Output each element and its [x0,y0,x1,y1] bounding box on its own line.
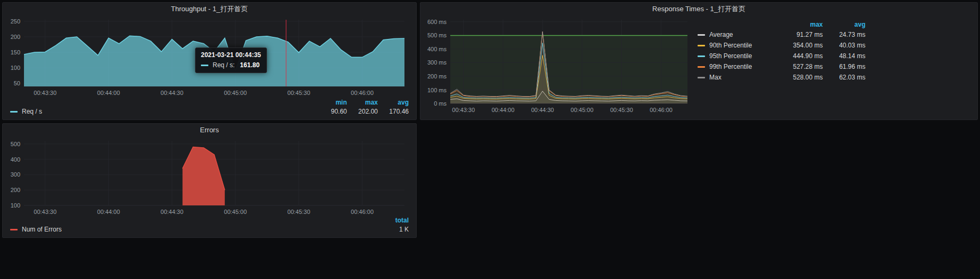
svg-text:00:44:00: 00:44:00 [491,107,514,113]
svg-text:400: 400 [11,156,20,163]
legend-row: 95th Percentile444.90 ms48.14 ms [698,51,973,61]
svg-text:00:45:00: 00:45:00 [224,90,247,96]
svg-text:100 ms: 100 ms [427,87,447,93]
legend-stat-value: 90.60 [316,108,347,115]
svg-text:600 ms: 600 ms [427,19,447,25]
svg-text:00:46:00: 00:46:00 [650,107,673,113]
legend-row: Max528.00 ms62.03 ms [698,72,973,83]
svg-text:300: 300 [11,171,20,178]
errors-chart-svg: 10020030040050000:43:3000:44:0000:44:300… [6,137,413,217]
legend-header-max[interactable]: max [777,21,823,28]
legend-row: 90th Percentile354.00 ms40.03 ms [698,40,973,51]
legend-max-value: 91.27 ms [777,31,823,38]
throughput-graph[interactable]: 5010015020025000:43:3000:44:0000:44:3000… [6,15,413,98]
panel-errors: Errors 10020030040050000:43:3000:44:0000… [2,123,417,238]
svg-text:100: 100 [11,202,20,209]
legend-stat-header[interactable]: max [347,99,378,106]
series-color-dash [698,45,705,46]
legend-series-label: Req / s [22,108,42,115]
svg-text:00:44:00: 00:44:00 [97,209,120,215]
legend-max-value: 354.00 ms [777,42,823,49]
legend-header-avg[interactable]: avg [823,21,865,28]
svg-text:300 ms: 300 ms [427,59,447,66]
svg-text:500 ms: 500 ms [427,32,447,38]
series-color-dash [10,111,18,113]
legend-series-label[interactable]: 90th Percentile [698,42,777,49]
response-times-legend: max avg Average91.27 ms24.73 ms90th Perc… [698,20,973,83]
legend-stat-header[interactable]: avg [378,99,409,106]
panel-title-errors[interactable]: Errors [3,124,416,137]
legend-series-errors[interactable]: Num of Errors [10,226,62,233]
legend-stat-value: 170.46 [378,108,409,115]
panel-title-throughput[interactable]: Throughput - 1_打开首页 [3,3,416,15]
response-times-graph[interactable]: 0 ms100 ms200 ms300 ms400 ms500 ms600 ms… [424,15,693,116]
svg-text:00:44:30: 00:44:30 [160,90,183,96]
legend-series-label[interactable]: 95th Percentile [698,52,777,60]
legend-stats: minmaxavg90.60202.00170.46 [316,99,409,115]
legend-max-value: 528.00 ms [777,74,823,81]
series-color-dash [201,65,208,66]
legend-max-value: 527.28 ms [777,63,823,70]
tooltip-time: 2021-03-21 00:44:35 [201,51,261,59]
panel-title-response-times[interactable]: Response Times - 1_打开首页 [420,3,977,15]
legend-avg-value: 62.03 ms [823,74,865,81]
series-color-dash [10,229,18,230]
svg-text:200: 200 [11,187,20,193]
tooltip-value: 161.80 [240,61,260,69]
throughput-legend: Req / s minmaxavg90.60202.00170.46 [10,99,409,115]
svg-text:00:44:30: 00:44:30 [531,107,554,113]
legend-avg-value: 61.96 ms [823,63,865,70]
svg-text:00:45:30: 00:45:30 [610,107,633,113]
panel-response-times: Response Times - 1_打开首页 0 ms100 ms200 ms… [420,2,978,120]
svg-text:400 ms: 400 ms [427,46,447,52]
legend-series-reqs[interactable]: Req / s [10,108,42,115]
errors-graph[interactable]: 10020030040050000:43:3000:44:0000:44:300… [6,137,413,217]
series-color-dash [698,77,705,78]
series-color-dash [698,34,705,36]
svg-text:00:44:30: 00:44:30 [160,209,183,215]
legend-row: 99th Percentile527.28 ms61.96 ms [698,61,973,72]
svg-text:00:44:00: 00:44:00 [97,90,120,96]
legend-avg-value: 48.14 ms [823,52,865,60]
series-color-dash [698,66,705,68]
svg-text:50: 50 [14,80,20,86]
response-times-chart-svg: 0 ms100 ms200 ms300 ms400 ms500 ms600 ms… [424,15,693,116]
svg-text:00:45:30: 00:45:30 [287,90,310,96]
legend-stat-header[interactable]: total [378,217,409,224]
legend-stat-header[interactable]: min [316,99,347,106]
svg-text:00:45:30: 00:45:30 [287,209,310,215]
svg-text:250: 250 [11,18,20,25]
legend-avg-value: 40.03 ms [823,42,865,49]
svg-text:150: 150 [11,49,20,55]
legend-row: Average91.27 ms24.73 ms [698,29,973,40]
tooltip-series-row: Req / s: 161.80 [201,61,261,69]
legend-series-label: Num of Errors [22,226,62,233]
svg-text:00:46:00: 00:46:00 [351,90,374,96]
legend-avg-value: 24.73 ms [823,31,865,38]
legend-series-label[interactable]: Average [698,31,777,38]
svg-text:500: 500 [11,141,20,147]
svg-text:200: 200 [11,34,20,40]
legend-max-value: 444.90 ms [777,52,823,60]
legend-header-row: max avg [698,20,973,29]
svg-text:100: 100 [11,65,20,71]
svg-text:00:45:00: 00:45:00 [571,107,594,113]
legend-series-label[interactable]: 99th Percentile [698,63,777,70]
legend-stat-value: 1 K [378,226,409,233]
legend-stat-value: 202.00 [347,108,378,115]
svg-text:00:43:30: 00:43:30 [34,90,56,96]
svg-text:00:43:30: 00:43:30 [34,209,56,215]
svg-text:00:45:00: 00:45:00 [224,209,247,215]
svg-text:200 ms: 200 ms [427,73,447,79]
graph-tooltip: 2021-03-21 00:44:35 Req / s: 161.80 [195,47,267,73]
errors-legend: Num of Errors total1 K [10,217,409,233]
series-color-dash [698,55,705,57]
legend-stats: total1 K [378,217,409,233]
tooltip-series-label: Req / s: [213,61,234,69]
svg-text:0 ms: 0 ms [434,100,447,107]
svg-text:00:43:30: 00:43:30 [452,107,475,113]
panel-throughput: Throughput - 1_打开首页 5010015020025000:43:… [2,2,417,120]
svg-text:00:46:00: 00:46:00 [351,209,374,215]
legend-series-label[interactable]: Max [698,74,777,81]
